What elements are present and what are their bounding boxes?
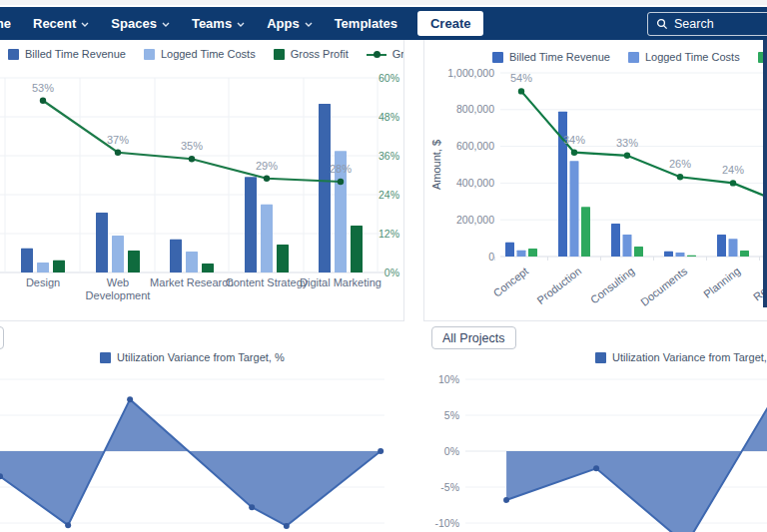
nav-item-teams[interactable]: Teams: [192, 16, 245, 31]
svg-text:54%: 54%: [510, 72, 532, 84]
svg-text:Web: Web: [107, 276, 129, 288]
nav-item-spaces[interactable]: Spaces: [111, 16, 170, 31]
chart-margin-by-stage: 0200,000400,000600,000800,0001,000,000Am…: [424, 40, 767, 321]
svg-text:36%: 36%: [379, 150, 399, 162]
nav-item-recent[interactable]: Recent: [33, 16, 89, 31]
chart-margin-by-project-type: 0%12%24%36%48%60%53%37%35%29%28%DesignWe…: [0, 40, 403, 321]
svg-text:5%: 5%: [444, 409, 459, 421]
svg-text:400,000: 400,000: [456, 177, 494, 189]
svg-text:Documents: Documents: [638, 265, 690, 308]
chart-utilization-variance-left: [0, 321, 403, 532]
chart-utilization-variance-right: 10%5%0%-5%-10%: [423, 321, 767, 532]
search-icon: [656, 18, 668, 30]
svg-text:Development: Development: [86, 289, 151, 301]
partial-button-fragment[interactable]: [0, 326, 4, 349]
nav-item-home[interactable]: Home: [0, 16, 11, 31]
svg-text:53%: 53%: [32, 82, 54, 94]
svg-text:600,000: 600,000: [456, 140, 494, 152]
nav-item-home-label: Home: [0, 16, 11, 31]
chevron-down-icon: [162, 22, 170, 27]
nav-item-label: Apps: [267, 16, 300, 31]
chevron-down-icon: [237, 22, 245, 27]
search-box[interactable]: Search: [647, 12, 767, 36]
nav-item-label: Spaces: [111, 16, 157, 31]
svg-text:1,000,000: 1,000,000: [447, 67, 494, 79]
svg-text:800,000: 800,000: [456, 103, 494, 115]
svg-text:33%: 33%: [616, 137, 638, 149]
svg-text:0: 0: [488, 251, 494, 263]
svg-text:29%: 29%: [256, 160, 278, 172]
chevron-down-icon: [305, 22, 313, 27]
top-navbar: Home Recent Spaces Teams Apps Templates …: [0, 7, 767, 40]
panel-margin-by-stage: Billed Time RevenueLogged Time CostsGros…: [423, 40, 767, 321]
svg-text:Digital Marketing: Digital Marketing: [300, 276, 382, 288]
right-edge-strip: [763, 40, 767, 307]
svg-text:37%: 37%: [107, 134, 129, 146]
svg-text:10%: 10%: [438, 373, 459, 385]
svg-text:Content Strategy: Content Strategy: [226, 276, 309, 288]
svg-text:0%: 0%: [384, 266, 399, 278]
svg-text:Production: Production: [534, 265, 583, 306]
svg-text:Market Research: Market Research: [150, 276, 234, 288]
svg-text:Concept: Concept: [491, 265, 531, 299]
svg-text:26%: 26%: [669, 158, 691, 170]
panel-utilization-variance-left: Utilization Variance from Target, %: [0, 321, 403, 532]
svg-text:24%: 24%: [379, 189, 399, 201]
svg-text:34%: 34%: [563, 134, 585, 146]
svg-text:Planning: Planning: [701, 265, 742, 300]
nav-item-label: Teams: [192, 16, 232, 31]
svg-text:48%: 48%: [379, 111, 399, 123]
svg-text:Design: Design: [26, 276, 60, 288]
nav-item-templates[interactable]: Templates: [335, 16, 397, 31]
chevron-down-icon: [81, 22, 89, 27]
search-label: Search: [674, 17, 714, 31]
nav-item-label: Recent: [33, 16, 76, 31]
svg-text:24%: 24%: [722, 164, 744, 176]
svg-text:200,000: 200,000: [456, 214, 494, 226]
panel-margin-by-project-type: Billed Time RevenueLogged Time CostsGros…: [0, 40, 404, 321]
svg-text:12%: 12%: [379, 228, 399, 240]
create-button[interactable]: Create: [417, 11, 483, 36]
svg-text:-10%: -10%: [434, 517, 459, 529]
nav-item-label: Templates: [335, 16, 397, 31]
svg-text:60%: 60%: [379, 72, 399, 84]
browser-edge-strip: [0, 0, 767, 7]
svg-text:0%: 0%: [444, 445, 459, 457]
nav-item-apps[interactable]: Apps: [267, 16, 313, 31]
svg-text:Amount, $: Amount, $: [430, 140, 442, 190]
svg-text:35%: 35%: [181, 140, 203, 152]
svg-text:28%: 28%: [330, 163, 352, 175]
svg-text:Consulting: Consulting: [588, 265, 636, 305]
panel-utilization-variance-right: Utilization Variance from Target, % 10%5…: [423, 321, 767, 532]
all-projects-button[interactable]: All Projects: [431, 326, 516, 349]
svg-text:-5%: -5%: [440, 481, 459, 493]
